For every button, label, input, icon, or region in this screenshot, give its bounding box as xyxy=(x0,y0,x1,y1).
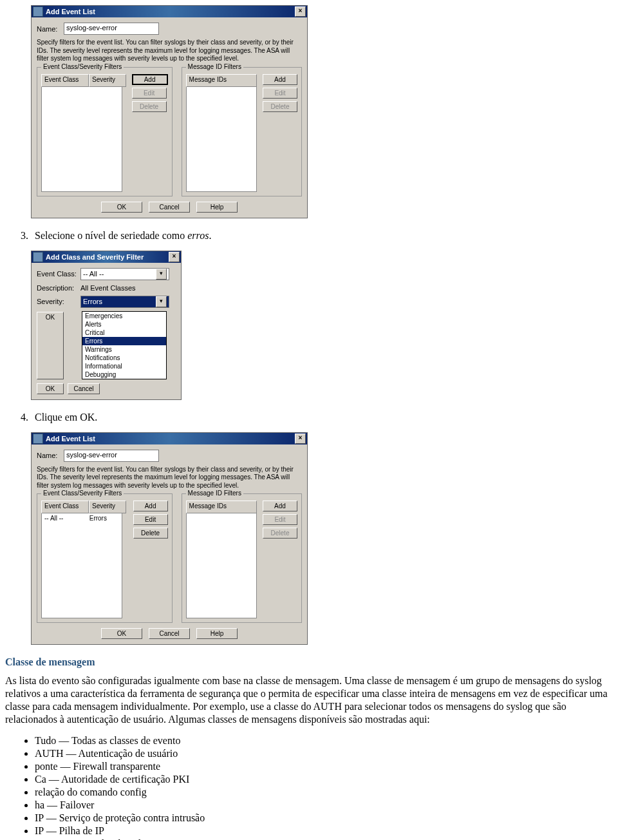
severity-select[interactable]: Errors▾ xyxy=(80,296,169,308)
severity-dropdown-list: Emergencies Alerts Critical Errors Warni… xyxy=(82,311,167,379)
window-title: Add Event List xyxy=(46,8,295,15)
severity-option-selected[interactable]: Errors xyxy=(82,337,166,345)
severity-option[interactable]: Critical xyxy=(82,329,166,337)
ok-button[interactable]: OK xyxy=(101,628,142,639)
window-icon xyxy=(33,252,43,262)
section-heading: Classe de mensagem xyxy=(5,656,613,668)
col-message-ids[interactable]: Message IDs xyxy=(186,501,257,513)
col-severity[interactable]: Severity xyxy=(89,74,126,87)
step-3: 3. Selecione o nível de seriedade como e… xyxy=(21,230,613,242)
window-title: Add Class and Severity Filter xyxy=(46,253,169,261)
message-id-group: Message ID Filters Message IDs Add Edit … xyxy=(182,493,302,623)
group-label: Message ID Filters xyxy=(186,63,243,70)
severity-option[interactable]: Emergencies xyxy=(82,312,166,320)
table-cell[interactable]: -- All -- xyxy=(42,513,87,525)
severity-option[interactable]: Notifications xyxy=(82,354,166,362)
event-class-severity-group: Event Class/Severity Filters Event Class… xyxy=(37,67,173,196)
col-message-ids[interactable]: Message IDs xyxy=(186,74,257,87)
titlebar: Add Class and Severity Filter × xyxy=(32,251,181,263)
list-item: ponte — Firewall transparente xyxy=(35,761,613,772)
chevron-down-icon[interactable]: ▾ xyxy=(156,296,167,307)
cancel-button-bottom[interactable]: Cancel xyxy=(68,383,100,394)
name-input[interactable]: syslog-sev-error xyxy=(64,23,159,35)
message-class-list: Tudo — Todas as classes de evento AUTH —… xyxy=(5,735,613,840)
add-button[interactable]: Add xyxy=(133,501,168,511)
name-label: Name: xyxy=(37,25,64,33)
cancel-button[interactable]: Cancel xyxy=(149,628,190,639)
add-event-list-dialog-1: Add Event List × Name: syslog-sev-error … xyxy=(31,5,308,218)
severity-label: Severity: xyxy=(37,298,80,305)
event-class-select[interactable]: -- All --▾ xyxy=(80,268,169,280)
window-title: Add Event List xyxy=(46,435,295,443)
name-input[interactable]: syslog-sev-error xyxy=(64,450,159,462)
ok-button[interactable]: OK xyxy=(37,312,64,379)
help-button[interactable]: Help xyxy=(196,202,238,213)
dialog-description: Specify filters for the event list. You … xyxy=(37,39,302,63)
delete-button: Delete xyxy=(132,101,167,112)
col-severity[interactable]: Severity xyxy=(89,501,126,513)
paragraph: As lista do evento são configuradas igua… xyxy=(5,674,613,726)
description-label: Description: xyxy=(37,284,80,292)
ok-button-bottom[interactable]: OK xyxy=(37,383,64,394)
window-icon xyxy=(33,6,43,17)
list-item: AUTH — Autenticação de usuário xyxy=(35,748,613,759)
add-button[interactable]: Add xyxy=(132,74,168,85)
delete-button[interactable]: Delete xyxy=(133,528,168,539)
add-class-severity-dialog: Add Class and Severity Filter × Event Cl… xyxy=(31,251,182,400)
event-class-table: -- All -- Errors xyxy=(41,513,122,618)
severity-option[interactable]: Warnings xyxy=(82,345,166,354)
list-item: relação do comando config xyxy=(35,787,613,798)
delete-button: Delete xyxy=(263,528,297,539)
message-id-table xyxy=(186,513,257,618)
cancel-button[interactable]: Cancel xyxy=(149,202,190,213)
edit-button: Edit xyxy=(263,514,297,525)
description-value: All Event Classes xyxy=(80,284,136,292)
titlebar: Add Event List × xyxy=(32,433,307,444)
group-label: Event Class/Severity Filters xyxy=(41,63,124,70)
table-cell[interactable]: Errors xyxy=(87,513,122,525)
edit-button: Edit xyxy=(263,88,297,99)
col-event-class[interactable]: Event Class xyxy=(41,501,89,513)
window-icon xyxy=(33,434,43,444)
severity-option[interactable]: Alerts xyxy=(82,320,166,329)
add-button[interactable]: Add xyxy=(263,74,297,85)
event-class-table xyxy=(41,87,122,192)
event-class-label: Event Class: xyxy=(37,270,80,278)
event-class-severity-group: Event Class/Severity Filters Event Class… xyxy=(37,493,173,623)
add-button[interactable]: Add xyxy=(263,501,297,511)
dialog-description: Specify filters for the event list. You … xyxy=(37,466,302,490)
titlebar: Add Event List × xyxy=(32,6,307,17)
ok-button[interactable]: OK xyxy=(101,202,142,213)
group-label: Event Class/Severity Filters xyxy=(41,490,124,497)
col-event-class[interactable]: Event Class xyxy=(41,74,89,87)
add-event-list-dialog-2: Add Event List × Name: syslog-sev-error … xyxy=(31,432,308,645)
close-icon[interactable]: × xyxy=(295,434,306,444)
message-id-group: Message ID Filters Message IDs Add Edit … xyxy=(182,67,302,196)
delete-button: Delete xyxy=(263,101,297,112)
severity-option[interactable]: Informational xyxy=(82,362,166,370)
close-icon[interactable]: × xyxy=(169,252,180,262)
list-item: IP — Serviço de proteção contra intrusão xyxy=(35,812,613,824)
list-item: Ca — Autoridade de certificação PKI xyxy=(35,774,613,785)
severity-option[interactable]: Debugging xyxy=(82,370,166,379)
chevron-down-icon[interactable]: ▾ xyxy=(156,269,167,280)
step-4: 4. Clique em OK. xyxy=(21,412,613,423)
edit-button[interactable]: Edit xyxy=(133,514,168,525)
close-icon[interactable]: × xyxy=(295,6,306,17)
list-item: IP — Pilha de IP xyxy=(35,825,613,837)
group-label: Message ID Filters xyxy=(186,490,243,497)
list-item: Tudo — Todas as classes de evento xyxy=(35,735,613,747)
edit-button: Edit xyxy=(132,88,167,99)
name-label: Name: xyxy=(37,452,64,459)
list-item: ha — Failover xyxy=(35,799,613,811)
message-id-table xyxy=(186,87,257,192)
help-button[interactable]: Help xyxy=(196,628,238,639)
